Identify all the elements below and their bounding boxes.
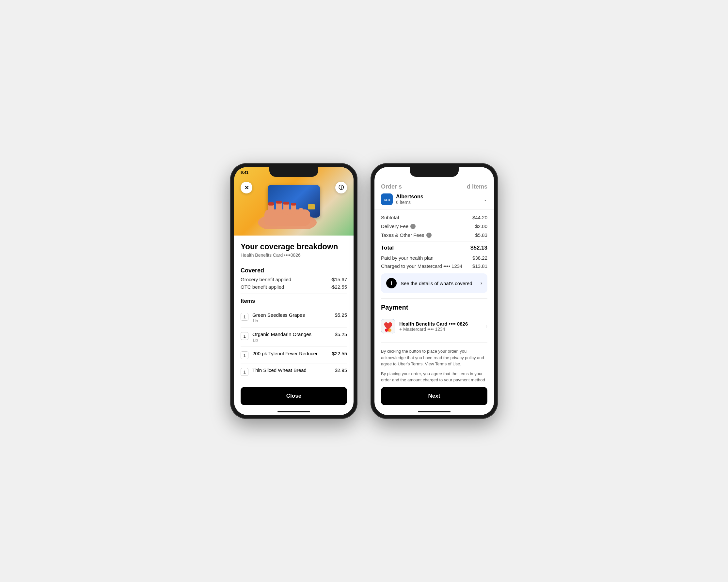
phones-container: 9:41 ✕ ⓘ — [230, 163, 498, 419]
divider-2 — [241, 294, 347, 294]
phone-1-content: 9:41 ✕ ⓘ — [234, 167, 354, 415]
disclaimer-text-2: By placing your order, you agree that th… — [381, 370, 487, 383]
item-name-0: Green Seedless Grapes — [252, 312, 331, 318]
item-row-2: 1 200 pk Tylenol Fever Reducer $22.55 — [241, 347, 347, 363]
svg-rect-6 — [299, 208, 303, 218]
item-weight-1: 1lb — [252, 338, 331, 342]
item-name-1: Organic Mandarin Oranges — [252, 331, 331, 337]
phone-1: 9:41 ✕ ⓘ — [230, 163, 358, 419]
store-row: ALB Albertsons 6 items ⌄ — [381, 193, 487, 205]
svg-rect-9 — [283, 202, 289, 204]
svg-rect-10 — [291, 203, 296, 205]
item-price-1: $5.25 — [335, 331, 347, 337]
item-qty-3: 1 — [241, 368, 249, 376]
divider-1 — [241, 263, 347, 263]
benefit-label-grocery: Grocery benefit applied — [241, 277, 291, 282]
store-chevron-down-icon[interactable]: ⌄ — [484, 197, 487, 202]
coverage-header-illustration: 9:41 ✕ ⓘ — [234, 167, 354, 235]
item-qty-1: 1 — [241, 332, 249, 340]
svg-text:ALB: ALB — [384, 198, 390, 202]
phone-2-content: Order s d items ALB Albertsons 6 ite — [374, 167, 494, 415]
item-qty-2: 1 — [241, 351, 249, 359]
benefit-amount-otc: -$22.55 — [330, 284, 347, 290]
order-summary-section: Subtotal $44.20 Delivery Fee i $2.00 — [381, 210, 487, 299]
close-button[interactable]: Close — [241, 387, 347, 405]
phone-2: Order s d items ALB Albertsons 6 ite — [370, 163, 498, 419]
total-row: Total $52.13 — [381, 245, 487, 251]
taxes-value: $5.83 — [475, 232, 487, 238]
item-row-0: 1 Green Seedless Grapes 1lb $5.25 — [241, 308, 347, 328]
total-value: $52.13 — [470, 245, 487, 251]
subtotal-row: Subtotal $44.20 — [381, 215, 487, 220]
item-row-1: 1 Organic Mandarin Oranges 1lb $5.25 — [241, 328, 347, 347]
mastercard-value: $13.81 — [472, 263, 487, 269]
item-price-3: $2.95 — [335, 367, 347, 373]
health-plan-value: $38.22 — [472, 255, 487, 261]
phone-2-notch — [410, 167, 459, 177]
delivery-fee-row: Delivery Fee i $2.00 — [381, 223, 487, 229]
taxes-info-icon[interactable]: i — [426, 232, 432, 238]
info-circle-icon: ⓘ — [339, 184, 344, 191]
coverage-subtitle: Health Benefits Card ••••0826 — [241, 252, 347, 258]
store-items: 6 items — [396, 200, 480, 205]
payment-card-sub: + Mastercard •••• 1234 — [399, 327, 482, 332]
header-title-left: Order s — [381, 183, 402, 190]
benefit-row-grocery: Grocery benefit applied -$15.67 — [241, 277, 347, 282]
next-button[interactable]: Next — [381, 387, 487, 405]
mastercard-label: Charged to your Mastercard •••• 1234 — [381, 263, 462, 269]
header-title-right: d items — [467, 183, 487, 190]
payment-section: Payment — [381, 299, 487, 343]
item-details-1: Organic Mandarin Oranges 1lb — [252, 331, 331, 342]
delivery-info-icon[interactable]: i — [410, 224, 416, 229]
items-section-title: Items — [241, 298, 347, 304]
info-icon-button[interactable]: ⓘ — [335, 182, 347, 193]
phone-2-screen: Order s d items ALB Albertsons 6 ite — [374, 167, 494, 415]
delivery-fee-value: $2.00 — [475, 223, 487, 229]
coverage-title: Your coverage breakdown — [241, 242, 347, 251]
health-plan-label: Paid by your health plan — [381, 255, 434, 261]
store-name: Albertsons — [396, 194, 480, 200]
disclaimer-text-1: By clicking the button to place your ord… — [381, 348, 487, 367]
benefit-amount-grocery: -$15.67 — [330, 277, 347, 282]
delivery-fee-label: Delivery Fee i — [381, 223, 416, 229]
subtotal-value: $44.20 — [472, 215, 487, 220]
payment-card-icon — [381, 319, 395, 333]
benefit-row-otc: OTC benefit applied -$22.55 — [241, 284, 347, 290]
item-price-0: $5.25 — [335, 312, 347, 318]
svg-point-16 — [388, 329, 389, 332]
benefit-label-otc: OTC benefit applied — [241, 284, 284, 290]
item-price-2: $22.55 — [332, 351, 347, 356]
payment-card-details: Health Benefits Card •••• 0826 + Masterc… — [399, 321, 482, 332]
card-illustration — [261, 182, 327, 227]
mastercard-row: Charged to your Mastercard •••• 1234 $13… — [381, 263, 487, 269]
disclaimer-section: By clicking the button to place your ord… — [381, 343, 487, 383]
phone-1-screen: 9:41 ✕ ⓘ — [234, 167, 354, 415]
payment-title: Payment — [381, 304, 487, 311]
phone-2-home-indicator — [418, 411, 450, 412]
close-icon-button[interactable]: ✕ — [241, 182, 252, 193]
see-details-button[interactable]: i See the details of what's covered › — [381, 273, 487, 293]
item-weight-0: 1lb — [252, 318, 331, 323]
hand-svg — [258, 196, 317, 229]
item-qty-0: 1 — [241, 313, 249, 321]
see-details-chevron-right-icon: › — [480, 280, 482, 286]
payment-card-name: Health Benefits Card •••• 0826 — [399, 321, 482, 327]
see-details-info-icon: i — [386, 278, 397, 288]
item-row-3: 1 Thin Sliced Wheat Bread $2.95 — [241, 363, 347, 380]
item-details-0: Green Seedless Grapes 1lb — [252, 312, 331, 323]
order-body: Subtotal $44.20 Delivery Fee i $2.00 — [374, 210, 494, 383]
store-info: Albertsons 6 items — [396, 194, 480, 205]
subtotal-label: Subtotal — [381, 215, 399, 220]
svg-rect-8 — [276, 201, 282, 203]
item-name-3: Thin Sliced Wheat Bread — [252, 367, 331, 373]
store-logo: ALB — [381, 193, 393, 205]
health-plan-row: Paid by your health plan $38.22 — [381, 255, 487, 261]
payment-card-row[interactable]: Health Benefits Card •••• 0826 + Masterc… — [381, 315, 487, 337]
covered-section-title: Covered — [241, 267, 347, 274]
item-details-2: 200 pk Tylenol Fever Reducer — [252, 351, 328, 357]
taxes-row: Taxes & Other Fees i $5.83 — [381, 232, 487, 238]
see-details-text: See the details of what's covered — [400, 281, 477, 286]
payment-chevron-right-icon: › — [486, 323, 487, 329]
item-details-3: Thin Sliced Wheat Bread — [252, 367, 331, 373]
coverage-body: Your coverage breakdown Health Benefits … — [234, 235, 354, 382]
